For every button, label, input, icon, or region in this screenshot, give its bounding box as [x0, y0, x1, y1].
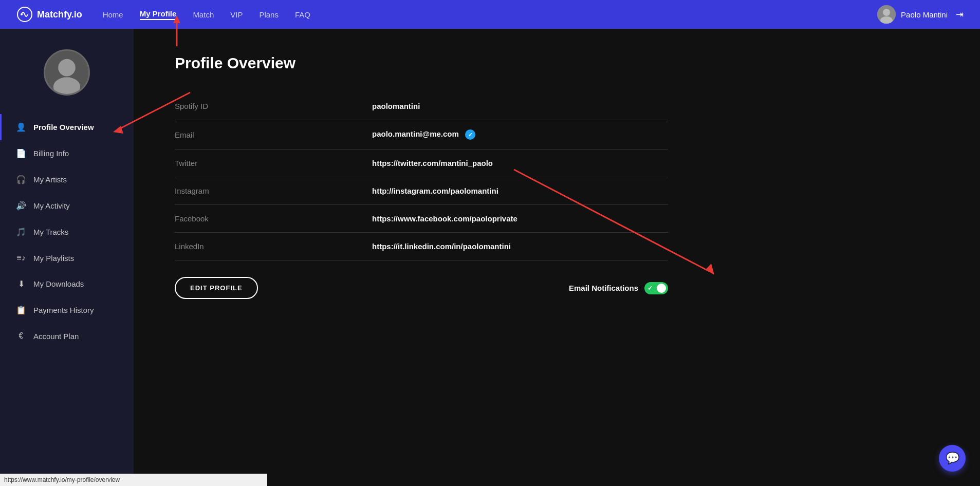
field-label-spotify: Spotify ID: [175, 92, 372, 120]
table-row: Spotify ID paolomantini: [175, 92, 668, 120]
sidebar-item-label: Billing Info: [33, 149, 69, 158]
nav-my-profile[interactable]: My Profile: [140, 9, 177, 20]
email-notifications-toggle[interactable]: ✓: [644, 282, 668, 294]
sidebar-item-my-artists[interactable]: 🎧 My Artists: [0, 166, 134, 193]
nav-faq[interactable]: FAQ: [295, 10, 310, 19]
table-row: Instagram http://instagram.com/paolomant…: [175, 177, 668, 205]
page-title: Profile Overview: [175, 54, 939, 72]
field-value-email: paolo.mantini@me.com ✓: [372, 120, 668, 149]
profile-table: Spotify ID paolomantini Email paolo.mant…: [175, 92, 668, 260]
sidebar-item-label: My Playlists: [33, 254, 74, 263]
verified-badge: ✓: [465, 129, 475, 140]
edit-profile-button[interactable]: EDIT PROFILE: [175, 277, 258, 299]
content-area: Profile Overview Spotify ID paolomantini…: [134, 29, 980, 486]
field-value-instagram: http://instagram.com/paolomantini: [372, 177, 668, 205]
file-icon: 📄: [16, 148, 26, 158]
sidebar-nav: 👤 Profile Overview 📄 Billing Info 🎧 My A…: [0, 114, 134, 349]
main-layout: 👤 Profile Overview 📄 Billing Info 🎧 My A…: [0, 29, 980, 486]
sidebar-item-my-tracks[interactable]: 🎵 My Tracks: [0, 219, 134, 245]
sidebar-item-label: Account Plan: [33, 332, 79, 341]
field-value-facebook: https://www.facebook.com/paoloprivate: [372, 205, 668, 233]
nav-plans[interactable]: Plans: [259, 10, 279, 19]
field-label-email: Email: [175, 120, 372, 149]
svg-point-1: [21, 13, 23, 15]
sidebar-item-label: My Activity: [33, 201, 70, 210]
navbar: Matchfy.io Home My Profile Match VIP Pla…: [0, 0, 980, 29]
sidebar-item-my-activity[interactable]: 🔊 My Activity: [0, 193, 134, 219]
sidebar-item-label: Profile Overview: [33, 123, 94, 132]
toggle-check-icon: ✓: [648, 285, 653, 292]
chat-icon: 💬: [946, 452, 959, 465]
download-icon: ⬇: [16, 279, 26, 289]
sidebar-item-account-plan[interactable]: € Account Plan: [0, 323, 134, 349]
nav-links: Home My Profile Match VIP Plans FAQ: [103, 9, 877, 20]
table-row: LinkedIn https://it.linkedin.com/in/paol…: [175, 233, 668, 260]
file2-icon: 📋: [16, 305, 26, 315]
sidebar-item-label: Payments History: [33, 306, 94, 314]
field-label-twitter: Twitter: [175, 149, 372, 177]
chat-bubble[interactable]: 💬: [939, 445, 966, 472]
sidebar-item-my-playlists[interactable]: ≡♪ My Playlists: [0, 245, 134, 271]
field-value-twitter: https://twitter.com/mantini_paolo: [372, 149, 668, 177]
email-notifications-label: Email Notifications: [569, 284, 638, 292]
nav-username: Paolo Mantini: [901, 10, 948, 19]
sidebar-item-my-downloads[interactable]: ⬇ My Downloads: [0, 271, 134, 297]
volume-icon: 🔊: [16, 201, 26, 211]
sidebar: 👤 Profile Overview 📄 Billing Info 🎧 My A…: [0, 29, 134, 486]
status-url: https://www.matchfy.io/my-profile/overvi…: [4, 476, 120, 483]
field-label-instagram: Instagram: [175, 177, 372, 205]
logo-link[interactable]: Matchfy.io: [16, 6, 82, 23]
music-icon: 🎵: [16, 227, 26, 237]
table-row: Email paolo.mantini@me.com ✓: [175, 120, 668, 149]
person-icon: 👤: [16, 122, 26, 132]
logout-icon[interactable]: ⇥: [956, 9, 964, 20]
nav-match[interactable]: Match: [193, 10, 214, 19]
sidebar-avatar: [44, 49, 90, 96]
avatar: [877, 5, 896, 24]
table-row: Facebook https://www.facebook.com/paolop…: [175, 205, 668, 233]
field-value-spotify: paolomantini: [372, 92, 668, 120]
nav-user: Paolo Mantini ⇥: [877, 5, 964, 24]
euro-icon: €: [16, 331, 26, 341]
field-label-facebook: Facebook: [175, 205, 372, 233]
email-notifications-row: Email Notifications ✓: [569, 282, 668, 294]
profile-actions: EDIT PROFILE Email Notifications ✓: [175, 277, 668, 299]
nav-vip[interactable]: VIP: [230, 10, 243, 19]
headphone-icon: 🎧: [16, 175, 26, 184]
sidebar-item-billing-info[interactable]: 📄 Billing Info: [0, 140, 134, 166]
field-label-linkedin: LinkedIn: [175, 233, 372, 260]
logo-text: Matchfy.io: [37, 9, 82, 20]
playlist-icon: ≡♪: [16, 253, 26, 263]
table-row: Twitter https://twitter.com/mantini_paol…: [175, 149, 668, 177]
status-bar: https://www.matchfy.io/my-profile/overvi…: [0, 474, 267, 486]
sidebar-item-profile-overview[interactable]: 👤 Profile Overview: [0, 114, 134, 140]
svg-point-6: [58, 59, 76, 77]
svg-point-3: [883, 9, 890, 16]
sidebar-item-label: My Tracks: [33, 228, 68, 236]
field-value-linkedin: https://it.linkedin.com/in/paolomantini: [372, 233, 668, 260]
sidebar-item-label: My Downloads: [33, 279, 84, 288]
sidebar-item-payments-history[interactable]: 📋 Payments History: [0, 297, 134, 323]
nav-home[interactable]: Home: [103, 10, 123, 19]
svg-point-7: [53, 77, 80, 96]
sidebar-item-label: My Artists: [33, 175, 67, 184]
